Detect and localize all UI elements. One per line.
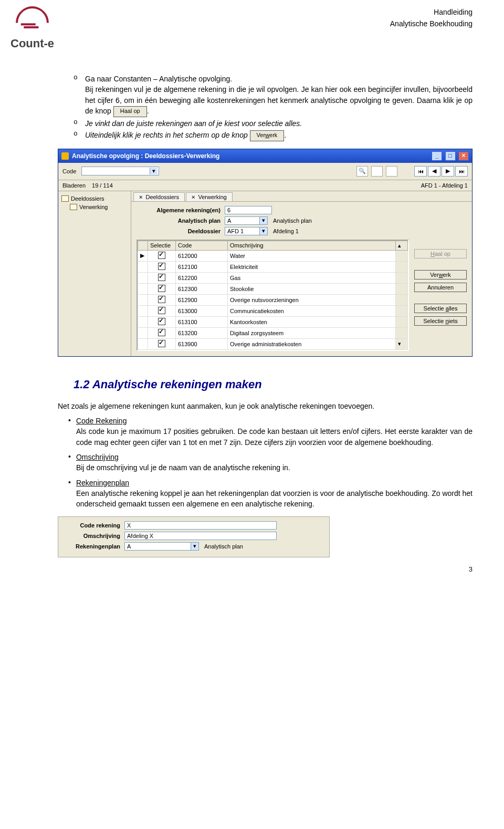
col-omschrijving[interactable]: Omschrijving <box>228 241 396 250</box>
close-icon[interactable]: × <box>139 194 142 200</box>
code-rek-input[interactable]: X <box>124 521 277 530</box>
chevron-down-icon: ▾ <box>191 543 198 550</box>
col-code[interactable]: Code <box>176 241 228 250</box>
tool-btn-1[interactable] <box>371 166 383 177</box>
bullet-body: Rekeningenplan Een analytische rekening … <box>76 478 472 510</box>
cell-omschrijving: Digitaal zorgsysteem <box>228 327 396 338</box>
nav-first-button[interactable]: ⏮ <box>414 166 427 177</box>
bullet-marker: o <box>74 74 85 81</box>
cell-code: 612300 <box>176 283 228 294</box>
folder-icon <box>70 204 77 210</box>
deel-desc: Afdeling 1 <box>273 228 299 234</box>
alg-rek-label: Algemene rekening(en) <box>136 207 225 213</box>
chevron-down-icon: ▾ <box>259 227 267 235</box>
nav-next-button[interactable]: ▶ <box>442 166 454 177</box>
bullet-text: Een analytische rekening koppel je aan h… <box>76 489 472 508</box>
cell-code: 613100 <box>176 316 228 327</box>
plan-combo[interactable]: A▾ <box>225 216 268 225</box>
tree-item-deeldossiers[interactable]: Deeldossiers <box>60 194 129 203</box>
checkbox[interactable] <box>158 340 165 347</box>
browse-label: Bladeren <box>62 182 86 189</box>
bullet-marker: o <box>74 118 85 126</box>
table-row[interactable]: ▶612000Water <box>138 250 408 261</box>
selectie-niets-button[interactable]: Selectie niets <box>414 316 467 326</box>
chevron-down-icon: ▾ <box>150 168 158 174</box>
cell-omschrijving: Elektriciteit <box>228 261 396 272</box>
rekplan-combo[interactable]: A▾ <box>124 542 199 551</box>
browse-count: 19 / 114 <box>92 182 113 189</box>
tree-label: Deeldossiers <box>71 195 104 202</box>
info-row: Bladeren 19 / 114 AFD 1 - Afdeling 1 <box>58 180 472 191</box>
cell-code: 612100 <box>176 261 228 272</box>
checkbox[interactable] <box>158 285 165 292</box>
bullet-body: Code Rekening Als code kun je maximum 17… <box>76 416 472 448</box>
section-intro: Net zoals je algemene rekeningen kunt aa… <box>58 401 472 411</box>
haal-op-button-inline[interactable]: Haal op <box>113 106 147 117</box>
cell-omschrijving: Kantoorkosten <box>228 316 396 327</box>
search-button[interactable]: 🔍 <box>356 166 368 177</box>
oms-input[interactable]: Afdeling X <box>124 532 277 540</box>
bullet-icon: • <box>68 478 71 488</box>
tab-label: Verwerking <box>198 194 226 200</box>
table-row[interactable]: 613100Kantoorkosten <box>138 316 408 327</box>
paragraph: Uiteindelijk klik je rechts in het scher… <box>85 130 472 141</box>
checkbox[interactable] <box>158 307 165 314</box>
col-selectie[interactable]: Selectie <box>148 241 176 250</box>
deel-combo[interactable]: AFD 1▾ <box>225 227 268 235</box>
alg-rek-input[interactable]: 6 <box>225 206 272 214</box>
verwerk-button-inline[interactable]: Verwerk <box>250 130 285 141</box>
code-label: Code <box>62 168 76 174</box>
rekeningen-grid[interactable]: Selectie Code Omschrijving ▴ ▶612000Wate… <box>136 240 409 351</box>
close-button[interactable]: × <box>458 151 469 161</box>
window-title: Analytische opvolging : Deeldossiers-Ver… <box>72 152 219 160</box>
checkbox[interactable] <box>158 318 165 325</box>
bullet-body: Omschrijving Bij de omschrijving vul je … <box>76 452 290 473</box>
table-row[interactable]: 612300Stookolie <box>138 283 408 294</box>
checkbox[interactable] <box>158 329 165 336</box>
table-row[interactable]: 612100Elektriciteit <box>138 261 408 272</box>
code-combo[interactable]: ▾ <box>81 167 159 175</box>
table-row[interactable]: 613000Communicatiekosten <box>138 305 408 316</box>
maximize-button[interactable]: □ <box>445 151 456 161</box>
bullet-text: Bij de omschrijving vul je de naam van d… <box>76 463 290 472</box>
text-line: Ga naar Constanten – Analytische opvolgi… <box>85 75 232 83</box>
tree-item-verwerking[interactable]: Verwerking <box>60 203 129 211</box>
doc-title: Analytische Boekhouding <box>390 18 472 29</box>
checkbox[interactable] <box>158 252 165 259</box>
cell-omschrijving: Gas <box>228 272 396 283</box>
selectie-alles-button[interactable]: Selectie alles <box>414 304 467 313</box>
close-icon[interactable]: × <box>192 194 195 200</box>
table-row[interactable]: 612900Overige nutsvoorzieningen <box>138 294 408 305</box>
haal-op-button[interactable]: Haal op <box>414 249 467 258</box>
nav-last-button[interactable]: ⏭ <box>455 166 468 177</box>
tool-btn-2[interactable] <box>386 166 397 177</box>
table-row[interactable]: 613900Overige administratiekosten▾ <box>138 338 408 349</box>
table-row[interactable]: 613200Digitaal zorgsysteem <box>138 327 408 338</box>
verwerk-button[interactable]: Verwerk <box>414 270 467 279</box>
cell-code: 612200 <box>176 272 228 283</box>
action-buttons: Haal op Verwerk Annuleren Selectie alles… <box>414 240 467 351</box>
plan-desc: Analytisch plan <box>273 217 312 224</box>
rekening-form-sample: Code rekening X Omschrijving Afdeling X … <box>58 516 330 557</box>
brand-logo: Count-e <box>10 6 63 48</box>
title-bar: Analytische opvolging : Deeldossiers-Ver… <box>58 149 472 163</box>
annuleren-button[interactable]: Annuleren <box>414 283 467 292</box>
nav-prev-button[interactable]: ◀ <box>428 166 440 177</box>
tab-verwerking[interactable]: ×Verwerking <box>186 192 233 201</box>
tab-deeldossiers[interactable]: ×Deeldossiers <box>133 192 185 201</box>
scroll-up-icon[interactable]: ▴ <box>396 241 408 250</box>
cell-code: 612900 <box>176 294 228 305</box>
checkbox[interactable] <box>158 274 165 281</box>
table-row[interactable]: 612200Gas <box>138 272 408 283</box>
toolbar: Code ▾ 🔍 ⏮ ◀ ▶ ⏭ <box>58 163 472 180</box>
bullet-title: Omschrijving <box>76 453 119 461</box>
checkbox[interactable] <box>158 296 165 303</box>
side-tree: Deeldossiers Verwerking <box>58 191 131 356</box>
bullet-title: Code Rekening <box>76 417 127 425</box>
cell-code: 613200 <box>176 327 228 338</box>
bullet-text: Als code kun je maximum 17 posities gebr… <box>76 427 472 446</box>
minimize-button[interactable]: _ <box>432 151 442 161</box>
deel-label: Deeldossier <box>136 228 225 234</box>
cell-code: 613900 <box>176 338 228 349</box>
checkbox[interactable] <box>158 263 165 270</box>
